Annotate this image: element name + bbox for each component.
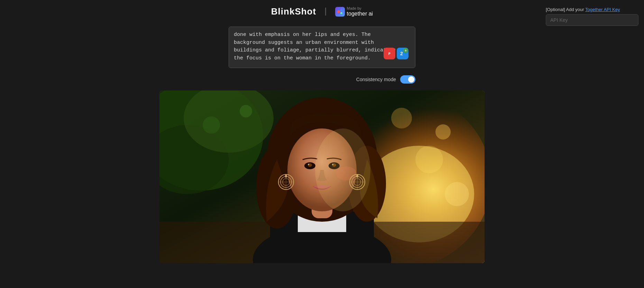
consistency-toggle[interactable] [400,75,415,84]
consistency-row: Consistency mode [229,75,415,84]
svg-point-51 [415,146,443,173]
portrait-svg [159,90,485,263]
main-content: done with emphasis on her lips and eyes.… [0,23,644,270]
svg-point-31 [308,164,309,165]
made-by-text: Made by [347,6,373,11]
svg-point-50 [435,124,451,140]
prompt-container: done with emphasis on her lips and eyes.… [229,27,415,70]
svg-point-52 [445,182,469,206]
toggle-track [400,75,415,84]
svg-point-46 [315,128,370,211]
generated-image [159,90,485,263]
made-by-label-group: Made by together ai [347,6,373,17]
svg-point-1 [340,9,342,11]
api-key-section: [Optional] Add your Together API Key [540,3,644,29]
toggle-thumb [408,76,414,83]
brand-name: BlinkShot [271,6,316,17]
together-ai-logo: Made by together ai [335,6,373,17]
logo-container: BlinkShot | Made by together ai [271,6,373,17]
svg-point-47 [203,116,220,134]
prompt-textarea[interactable]: done with emphasis on her lips and eyes.… [229,27,415,68]
pipe-divider: | [323,7,328,16]
together-api-key-link[interactable]: Together API Key [585,7,620,12]
svg-point-48 [240,105,252,117]
svg-point-2 [340,12,342,14]
api-key-input[interactable] [546,14,638,26]
together-icon [335,7,345,17]
together-ai-text: together ai [347,11,373,17]
api-key-label: [Optional] Add your Together API Key [546,7,638,12]
svg-point-0 [337,10,340,13]
consistency-label: Consistency mode [356,77,396,82]
svg-rect-39 [285,175,287,177]
svg-point-49 [391,108,412,128]
